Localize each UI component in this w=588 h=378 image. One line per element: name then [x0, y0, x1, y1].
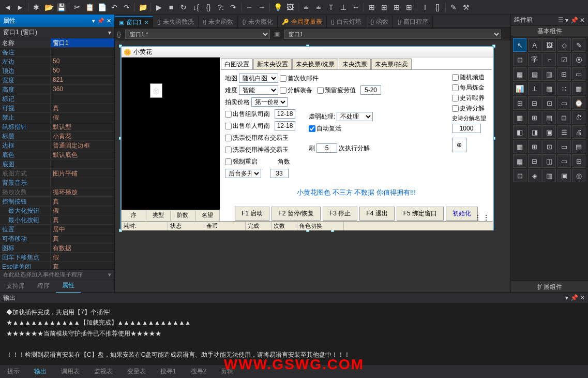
stop-icon[interactable]: ■	[165, 2, 177, 13]
align5-icon[interactable]: ↔	[350, 2, 361, 13]
target-icon[interactable]: ⊕	[452, 138, 466, 152]
output-tab[interactable]: 搜寻1	[153, 365, 184, 378]
close-icon[interactable]: ✕	[107, 18, 111, 24]
palette-component[interactable]: ▤	[572, 140, 585, 153]
palette-component[interactable]: ⊞	[572, 154, 585, 168]
prop-value[interactable]: 小黄花	[51, 132, 114, 140]
restart-icon[interactable]: ↻	[178, 2, 189, 13]
tools-icon[interactable]: ⚒	[460, 2, 472, 13]
dist2-icon[interactable]: ⊞	[379, 2, 390, 13]
form-tab[interactable]: 未央洗票	[339, 59, 371, 69]
bg-open-select[interactable]: 后台多开	[225, 169, 261, 178]
document-tab[interactable]: {}白云灯塔	[327, 16, 366, 27]
props-tab[interactable]: 属性	[56, 279, 81, 293]
prop-value[interactable]: 图片平铺	[51, 169, 114, 178]
paste-icon[interactable]: 📄	[96, 2, 108, 13]
palette-component[interactable]: ⊡	[542, 140, 556, 153]
palette-component[interactable]: ⊞	[528, 140, 541, 153]
palette-component[interactable]: ▭	[572, 67, 585, 81]
next-icon[interactable]: →	[256, 2, 267, 13]
chk-random-channel[interactable]: 随机频道	[452, 73, 485, 82]
pin-icon[interactable]: 📌	[570, 294, 578, 301]
form-tab[interactable]: 白图设置	[221, 59, 253, 69]
chk-alchemy[interactable]: 每局炼金	[452, 83, 485, 92]
design-canvas[interactable]: 🌼 小黄花 ◎ 序类型阶数名望 白图设置新未央设置未央换票/洗票未央洗票未央票/…	[115, 40, 510, 292]
chk-epic-decompose[interactable]: 史诗分解	[452, 104, 485, 113]
prop-value[interactable]: 有数据	[51, 243, 114, 252]
action-button[interactable]: F3 停止	[323, 207, 357, 221]
palette-component[interactable]: ⊥	[528, 82, 541, 95]
action-button[interactable]: 初始化	[446, 207, 478, 221]
folder-icon[interactable]: 📁	[137, 2, 148, 13]
prop-row[interactable]: 宽度821	[0, 76, 114, 85]
prop-value[interactable]: 假	[51, 113, 114, 122]
new-icon[interactable]: ✱	[31, 2, 42, 13]
dropdown-icon[interactable]: ▾	[92, 18, 95, 24]
prop-value[interactable]: 循环播放	[51, 187, 114, 196]
palette-component[interactable]: ▦	[542, 82, 556, 95]
palette-component[interactable]: ⊡	[513, 169, 526, 182]
document-tab[interactable]: {}未央魔化	[238, 16, 277, 27]
size1-icon[interactable]: I	[419, 2, 431, 13]
palette-component[interactable]: ◎	[572, 169, 585, 182]
forward-icon[interactable]: ►	[14, 2, 26, 13]
palette-component[interactable]: ▥	[542, 67, 556, 81]
properties-grid[interactable]: 名称窗口1备注左边50顶边50宽度821高度360标记可视真禁止假鼠标指针默认型…	[0, 38, 114, 269]
props-tab[interactable]: 支持库	[0, 280, 31, 293]
prop-row[interactable]: 左边50	[0, 57, 114, 66]
prop-row[interactable]: 高度360	[0, 85, 114, 94]
prop-row[interactable]: 最小化按钮真	[0, 215, 114, 225]
output-tab[interactable]: 剪辑	[214, 365, 240, 378]
action-button[interactable]: F5 绑定窗口	[397, 207, 444, 221]
palette-component[interactable]: ▤	[542, 111, 556, 124]
document-tab[interactable]: ▣窗口1✕	[115, 16, 153, 27]
palette-component[interactable]: 字	[528, 53, 541, 66]
prop-row[interactable]: 鼠标指针默认型	[0, 122, 114, 132]
dropdown-icon[interactable]: ▾	[565, 294, 568, 301]
stepover-icon[interactable]: {}	[203, 2, 214, 13]
palette-component[interactable]: ✎	[572, 38, 585, 52]
palette-component[interactable]: ⏱	[572, 111, 585, 124]
cond-icon[interactable]: ?:	[215, 2, 227, 13]
prop-row[interactable]: 底色默认底色	[0, 150, 114, 159]
palette-component[interactable]: 🖨	[572, 125, 585, 139]
prop-value[interactable]: 50	[51, 66, 114, 75]
prop-row[interactable]: 背景音乐	[0, 178, 114, 187]
copy-icon[interactable]: 📋	[84, 2, 95, 13]
palette-component[interactable]: ▭	[557, 154, 571, 168]
palette-component[interactable]: ▭	[557, 96, 571, 110]
prop-row[interactable]: 底图	[0, 159, 114, 169]
palette-component[interactable]: ▤	[528, 67, 541, 81]
prop-value[interactable]: 360	[51, 85, 114, 94]
prop-row[interactable]: 备注	[0, 48, 114, 57]
palette-component[interactable]: ⊟	[528, 154, 541, 168]
prop-value[interactable]: 默认型	[51, 122, 114, 131]
designed-window[interactable]: 🌼 小黄花 ◎ 序类型阶数名望 白图设置新未央设置未央换票/洗票未央洗票未央票/…	[121, 47, 493, 230]
palette-section-title[interactable]: 基本组件	[511, 26, 588, 36]
align3-icon[interactable]: T	[325, 2, 337, 13]
prop-value[interactable]: 假	[51, 206, 114, 215]
brush-input[interactable]	[316, 143, 337, 153]
prop-row[interactable]: 回车下移焦点假	[0, 253, 114, 262]
epic-fame-input[interactable]	[452, 124, 481, 133]
palette-component[interactable]: ▣	[557, 169, 571, 182]
list-col-header[interactable]: 名望	[195, 210, 220, 221]
prop-value[interactable]	[51, 159, 114, 168]
skip-icon[interactable]: ↷	[228, 2, 239, 13]
dropdown-icon[interactable]: ▾	[565, 17, 568, 24]
combo-window2[interactable]: 窗口1	[284, 30, 501, 39]
palette-component[interactable]: ▣	[542, 125, 556, 139]
list-col-header[interactable]: 阶数	[171, 210, 195, 221]
palette-component[interactable]: ◨	[528, 125, 541, 139]
output-body[interactable]: ◆加载插件完成，共启用【7】个插件!★▲▲▲▲▲▲▲▲▲▲▲【加载完成】▲▲▲▲…	[0, 303, 588, 365]
palette-component[interactable]: ⌚	[572, 96, 585, 110]
bg-open-input[interactable]	[270, 169, 289, 178]
prop-row[interactable]: 图标有数据	[0, 243, 114, 253]
redo-icon[interactable]: ↷	[121, 2, 132, 13]
close-icon[interactable]: ✕	[580, 17, 585, 24]
palette-component[interactable]: A	[528, 38, 541, 52]
chk-epic-feed[interactable]: 史诗喂养	[452, 94, 485, 103]
prop-row[interactable]: 最大化按钮假	[0, 206, 114, 215]
stepinto-icon[interactable]: ↓{	[190, 2, 202, 13]
prop-row[interactable]: 播放次数循环播放	[0, 187, 114, 197]
